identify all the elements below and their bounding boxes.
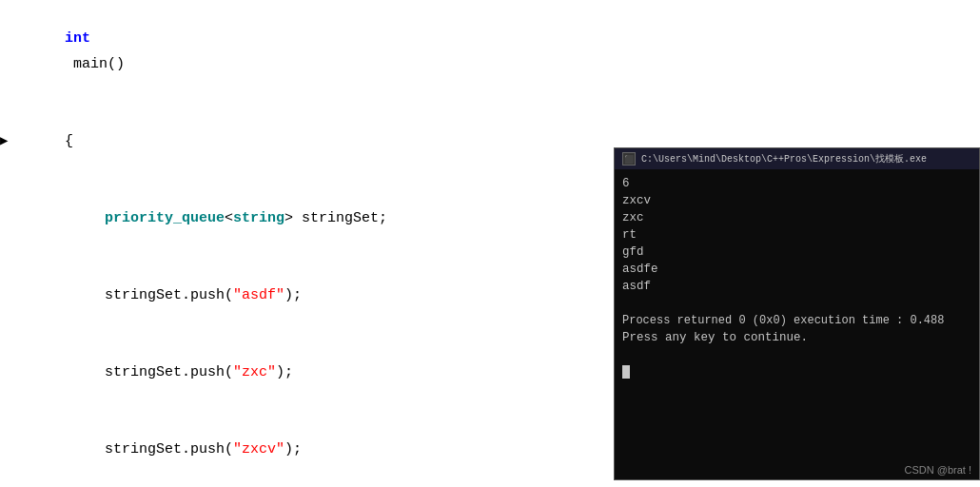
terminal-titlebar: ⬛ C:\Users\Mind\Desktop\C++Pros\Expressi…: [615, 148, 979, 169]
push-asdf-end: );: [284, 287, 302, 303]
push-zxc-code: stringSet.push(: [105, 364, 233, 380]
push-zxcv-end: );: [284, 441, 302, 458]
arrow-1: ▶: [0, 128, 8, 154]
code-line-push-zxcv: stringSet.push("zxcv");: [0, 411, 609, 487]
pq-gt: > stringSet;: [284, 210, 387, 226]
terminal-line-asdfe: asdfe: [622, 261, 971, 278]
str-asdf: "asdf": [233, 287, 284, 303]
terminal-line-asdf: asdf: [622, 278, 971, 295]
code-line-main: int main(): [0, 0, 609, 103]
keyword-pq: priority_queue: [105, 210, 225, 226]
terminal-icon: ⬛: [622, 152, 636, 166]
pq-lt: <: [225, 210, 233, 226]
push-zxc-end: );: [276, 364, 293, 380]
fn-main: main(): [65, 56, 125, 72]
terminal-title: C:\Users\Mind\Desktop\C++Pros\Expression…: [641, 152, 927, 166]
pq-string-type: string: [233, 210, 284, 226]
terminal-line-rt: rt: [622, 226, 971, 244]
terminal-line-zxcv: zxcv: [622, 192, 971, 209]
terminal-process: Process returned 0 (0x0) execution time …: [622, 314, 944, 327]
terminal-cursor: [622, 365, 630, 379]
code-line-pq: priority_queue<string> stringSet;: [0, 180, 609, 257]
code-line-push-zxc: stringSet.push("zxc");: [0, 334, 609, 411]
line-indicator-1: ▶: [0, 103, 8, 180]
str-zxc: "zxc": [233, 364, 276, 380]
terminal-window: ⬛ C:\Users\Mind\Desktop\C++Pros\Expressi…: [614, 147, 980, 480]
terminal-line-gfd: gfd: [622, 244, 971, 261]
keyword-int: int: [65, 30, 90, 47]
terminal-line-zxc: zxc: [622, 209, 971, 226]
code-editor: int main() ▶ { priority_queue<string> st…: [0, 0, 609, 487]
brace-open-outer: {: [65, 133, 73, 149]
terminal-body: 6 zxcv zxc rt gfd asdfe asdf Process ret…: [615, 169, 979, 462]
push-zxcv-code: stringSet.push(: [105, 441, 233, 458]
code-line-outer-brace: ▶ {: [0, 103, 609, 180]
str-zxcv: "zxcv": [233, 441, 284, 458]
push-asdf-code: stringSet.push(: [105, 287, 233, 303]
code-line-push-asdf: stringSet.push("asdf");: [0, 257, 609, 334]
terminal-line-6: 6: [622, 175, 971, 192]
terminal-press-key: Press any key to continue.: [622, 329, 971, 346]
terminal-footer: CSDN @brat !: [615, 462, 979, 479]
csdn-badge: CSDN @brat !: [905, 464, 971, 476]
